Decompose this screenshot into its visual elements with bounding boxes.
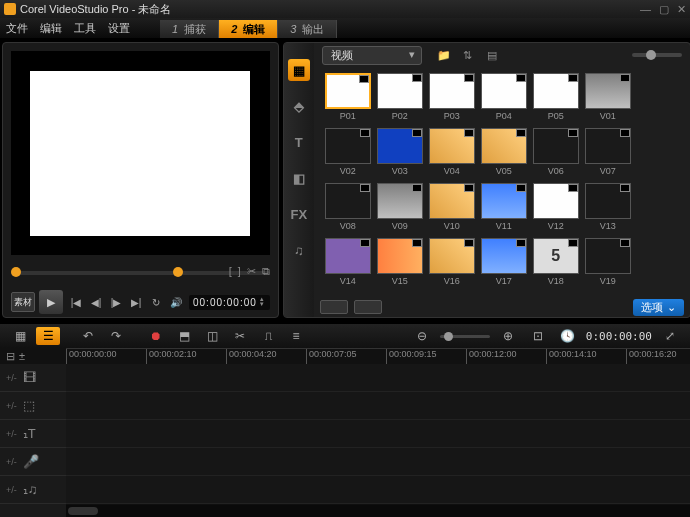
mark-in-icon[interactable]: [ bbox=[229, 265, 232, 278]
volume-button[interactable]: 🔊 bbox=[167, 293, 185, 311]
library-item[interactable]: V06 bbox=[532, 128, 580, 180]
timeline-scrollbar[interactable] bbox=[66, 505, 690, 517]
library-item[interactable]: V15 bbox=[376, 238, 424, 290]
library-item[interactable]: V08 bbox=[324, 183, 372, 235]
lib-view-icon-2[interactable] bbox=[354, 300, 382, 314]
library-item[interactable]: V16 bbox=[428, 238, 476, 290]
track-voice[interactable]: +/-🎤 bbox=[0, 448, 66, 476]
track-music[interactable]: +/-₁♫ bbox=[0, 476, 66, 504]
thumb-label: V16 bbox=[444, 276, 460, 286]
cut-icon[interactable]: ✂ bbox=[247, 265, 256, 278]
thumb-label: V18 bbox=[548, 276, 564, 286]
menu-file[interactable]: 文件 bbox=[6, 21, 28, 36]
scrub-handle-end[interactable] bbox=[173, 267, 183, 277]
lib-tab-title[interactable]: T bbox=[288, 131, 310, 153]
tab-capture[interactable]: 1捕获 bbox=[160, 20, 219, 38]
library-folder-dropdown[interactable]: 视频 bbox=[322, 46, 422, 65]
library-item[interactable]: V02 bbox=[324, 128, 372, 180]
thumb-label: P04 bbox=[496, 111, 512, 121]
step-tabs: 1捕获 2编辑 3输出 bbox=[160, 20, 337, 38]
tab-edit[interactable]: 2编辑 bbox=[219, 20, 278, 38]
track-overlay[interactable]: +/-⬚ bbox=[0, 392, 66, 420]
zoom-in-button[interactable]: ⊕ bbox=[496, 327, 520, 345]
library-item[interactable]: V04 bbox=[428, 128, 476, 180]
timeline-view-button[interactable]: ☰ bbox=[36, 327, 60, 345]
ruler-add-icon[interactable]: ± bbox=[19, 350, 25, 362]
storyboard-view-button[interactable]: ▦ bbox=[8, 327, 32, 345]
library-item[interactable]: P03 bbox=[428, 73, 476, 125]
lib-tab-fx[interactable]: FX bbox=[288, 203, 310, 225]
scrub-handle-start[interactable] bbox=[11, 267, 21, 277]
repeat-button[interactable]: ↻ bbox=[147, 293, 165, 311]
prev-frame-button[interactable]: ◀| bbox=[87, 293, 105, 311]
timeline-ruler[interactable]: ⊟ ± 00:00:00:0000:00:02:1000:00:04:2000:… bbox=[0, 348, 690, 364]
transport-bar: 素材 ▶ |◀ ◀| |▶ ▶| ↻ 🔊 00:00:00:00 ▲▼ bbox=[3, 287, 278, 317]
library-item[interactable]: 5V18 bbox=[532, 238, 580, 290]
library-item[interactable]: V12 bbox=[532, 183, 580, 235]
close-button[interactable]: ✕ bbox=[677, 3, 686, 16]
library-item[interactable]: V09 bbox=[376, 183, 424, 235]
redo-button[interactable]: ↷ bbox=[104, 327, 128, 345]
preview-canvas[interactable] bbox=[30, 71, 250, 236]
import-icon[interactable]: 📁 bbox=[436, 49, 452, 62]
library-item[interactable]: V11 bbox=[480, 183, 528, 235]
library-item[interactable]: P04 bbox=[480, 73, 528, 125]
track-video[interactable]: +/-🎞 bbox=[0, 364, 66, 392]
next-frame-button[interactable]: |▶ bbox=[107, 293, 125, 311]
library-item[interactable]: V17 bbox=[480, 238, 528, 290]
library-item[interactable]: P01 bbox=[324, 73, 372, 125]
maximize-button[interactable]: ▢ bbox=[659, 3, 669, 16]
undo-button[interactable]: ↶ bbox=[76, 327, 100, 345]
lib-tab-graphic[interactable]: ◧ bbox=[288, 167, 310, 189]
track-title[interactable]: +/-₁T bbox=[0, 420, 66, 448]
library-item[interactable]: V19 bbox=[584, 238, 632, 290]
app-icon bbox=[4, 3, 16, 15]
timecode-display[interactable]: 00:00:00:00 ▲▼ bbox=[189, 295, 270, 310]
go-end-button[interactable]: ▶| bbox=[127, 293, 145, 311]
lib-tab-media[interactable]: ▦ bbox=[288, 59, 310, 81]
go-start-button[interactable]: |◀ bbox=[67, 293, 85, 311]
library-item[interactable]: V07 bbox=[584, 128, 632, 180]
sort-icon[interactable]: ⇅ bbox=[460, 49, 476, 62]
expand-icon[interactable]: ⧉ bbox=[262, 265, 270, 278]
minimize-button[interactable]: — bbox=[640, 3, 651, 16]
scrub-bar[interactable]: [ ] ✂ ⧉ bbox=[3, 263, 278, 287]
mixer-button[interactable]: ⎍ bbox=[256, 327, 280, 345]
library-item[interactable]: V05 bbox=[480, 128, 528, 180]
overlay-track-icon: ⬚ bbox=[23, 398, 35, 413]
library-item[interactable]: V01 bbox=[584, 73, 632, 125]
record-button[interactable]: ⏺ bbox=[144, 327, 168, 345]
zoom-slider[interactable] bbox=[440, 335, 490, 338]
library-item[interactable]: P02 bbox=[376, 73, 424, 125]
tool-button-4[interactable]: ≡ bbox=[284, 327, 308, 345]
options-button[interactable]: 选项⌄ bbox=[633, 299, 684, 316]
library-item[interactable]: P05 bbox=[532, 73, 580, 125]
menu-settings[interactable]: 设置 bbox=[108, 21, 130, 36]
library-item[interactable]: V10 bbox=[428, 183, 476, 235]
ruler-collapse-icon[interactable]: ⊟ bbox=[6, 350, 15, 363]
expand-timeline-button[interactable]: ⤢ bbox=[658, 327, 682, 345]
tool-button-3[interactable]: ✂ bbox=[228, 327, 252, 345]
library-item[interactable]: V13 bbox=[584, 183, 632, 235]
zoom-out-button[interactable]: ⊖ bbox=[410, 327, 434, 345]
lib-tab-audio[interactable]: ♫ bbox=[288, 239, 310, 261]
library-item[interactable]: V03 bbox=[376, 128, 424, 180]
filter-icon[interactable]: ▤ bbox=[484, 49, 500, 62]
library-header: 视频 📁 ⇅ ▤ bbox=[314, 43, 690, 67]
clock-icon[interactable]: 🕓 bbox=[556, 327, 580, 345]
tab-output[interactable]: 3输出 bbox=[278, 20, 337, 38]
track-area[interactable] bbox=[66, 364, 690, 517]
play-button[interactable]: ▶ bbox=[39, 290, 63, 314]
menu-edit[interactable]: 编辑 bbox=[40, 21, 62, 36]
lib-view-icon-1[interactable] bbox=[320, 300, 348, 314]
clip-mode-label[interactable]: 素材 bbox=[11, 292, 35, 312]
thumb-size-slider[interactable] bbox=[632, 53, 682, 57]
menu-tools[interactable]: 工具 bbox=[74, 21, 96, 36]
lib-tab-transition[interactable]: ⬘ bbox=[288, 95, 310, 117]
thumb-label: V08 bbox=[340, 221, 356, 231]
tool-button-1[interactable]: ⬒ bbox=[172, 327, 196, 345]
fit-button[interactable]: ⊡ bbox=[526, 327, 550, 345]
library-item[interactable]: V14 bbox=[324, 238, 372, 290]
tool-button-2[interactable]: ◫ bbox=[200, 327, 224, 345]
mark-out-icon[interactable]: ] bbox=[238, 265, 241, 278]
